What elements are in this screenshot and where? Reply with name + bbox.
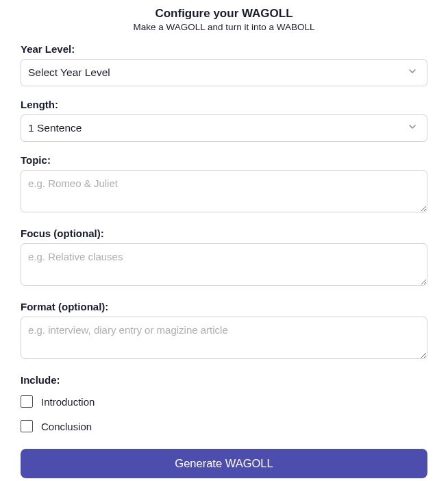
topic-field: Topic: <box>21 154 427 215</box>
page-subtitle: Make a WAGOLL and turn it into a WABOLL <box>21 22 427 32</box>
format-input[interactable] <box>21 317 427 359</box>
introduction-label[interactable]: Introduction <box>41 396 95 408</box>
topic-input[interactable] <box>21 170 427 212</box>
generate-button[interactable]: Generate WAGOLL <box>21 449 427 478</box>
year-level-selected: Select Year Level <box>28 66 110 79</box>
introduction-row: Introduction <box>21 395 427 408</box>
include-label: Include: <box>21 374 427 386</box>
topic-label: Topic: <box>21 154 427 166</box>
format-label: Format (optional): <box>21 301 427 312</box>
length-field: Length: 1 Sentence <box>21 99 427 142</box>
introduction-checkbox[interactable] <box>21 395 33 408</box>
form-header: Configure your WAGOLL Make a WAGOLL and … <box>21 7 427 32</box>
conclusion-checkbox[interactable] <box>21 420 33 432</box>
conclusion-row: Conclusion <box>21 420 427 432</box>
year-level-select-wrapper: Select Year Level <box>21 59 427 86</box>
focus-input[interactable] <box>21 243 427 286</box>
page-title: Configure your WAGOLL <box>21 7 427 21</box>
include-section: Include: Introduction Conclusion <box>21 374 427 432</box>
length-select-wrapper: 1 Sentence <box>21 114 427 142</box>
year-level-field: Year Level: Select Year Level <box>21 43 427 86</box>
length-label: Length: <box>21 99 427 110</box>
year-level-label: Year Level: <box>21 43 427 55</box>
length-selected: 1 Sentence <box>28 122 82 134</box>
focus-field: Focus (optional): <box>21 227 427 288</box>
focus-label: Focus (optional): <box>21 227 427 239</box>
format-field: Format (optional): <box>21 301 427 362</box>
length-select[interactable]: 1 Sentence <box>21 114 427 142</box>
year-level-select[interactable]: Select Year Level <box>21 59 427 86</box>
conclusion-label[interactable]: Conclusion <box>41 421 92 432</box>
